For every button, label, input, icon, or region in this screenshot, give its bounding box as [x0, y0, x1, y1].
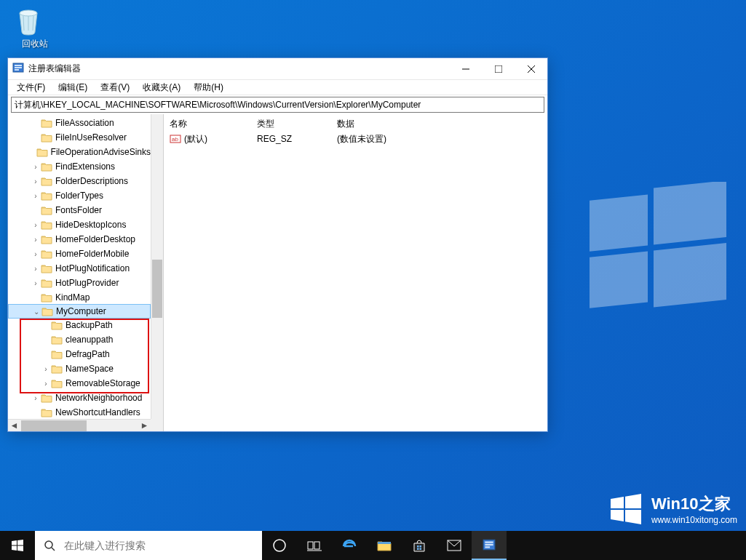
menu-help[interactable]: 帮助(H): [188, 80, 229, 95]
taskbar-search[interactable]: [35, 531, 262, 560]
tree-item-fileinuseresolver[interactable]: FileInUseResolver: [8, 130, 151, 145]
expand-icon[interactable]: ›: [31, 192, 40, 200]
folder-icon: [41, 249, 52, 259]
tree-item-kindmap[interactable]: KindMap: [8, 290, 151, 305]
file-explorer-icon[interactable]: [367, 531, 402, 560]
folder-icon: [41, 407, 52, 417]
svg-rect-30: [417, 545, 419, 548]
svg-rect-3: [654, 243, 726, 308]
column-type[interactable]: 类型: [254, 116, 334, 132]
folder-icon: [51, 364, 63, 374]
svg-rect-38: [485, 546, 490, 548]
tree-item-mycomputer[interactable]: ⌄MyComputer: [8, 304, 151, 319]
tree-item-label: RemovableStorage: [66, 378, 140, 388]
svg-rect-8: [15, 69, 19, 71]
svg-rect-32: [417, 548, 419, 551]
expand-icon[interactable]: ›: [31, 177, 40, 185]
tree-item-label: FolderDescriptions: [55, 176, 128, 186]
background-windows-logo: [560, 182, 746, 327]
tree-item-networkneighborhood[interactable]: ›NetworkNeighborhood: [8, 391, 151, 405]
svg-rect-36: [485, 542, 493, 543]
expand-icon[interactable]: ›: [31, 279, 40, 287]
close-button[interactable]: [515, 58, 547, 79]
regedit-taskbar-icon[interactable]: [472, 531, 507, 560]
tree-item-backuppath[interactable]: BackupPath: [8, 318, 151, 332]
cortana-icon[interactable]: [262, 531, 297, 560]
folder-icon: [41, 118, 52, 128]
window-title: 注册表编辑器: [28, 63, 81, 75]
expand-icon[interactable]: ›: [31, 236, 40, 244]
tree-item-newshortcuthandlers[interactable]: NewShortcutHandlers: [8, 405, 151, 419]
tree-pane: FileAssociationFileInUseResolverFileOper…: [8, 114, 164, 431]
scroll-left-icon[interactable]: ◄: [8, 420, 20, 432]
expand-icon[interactable]: ⌄: [32, 308, 41, 316]
tree-item-label: FontsFolder: [55, 205, 102, 215]
svg-point-25: [274, 540, 285, 551]
folder-icon: [51, 378, 63, 388]
tree-item-removablestorage[interactable]: ›RemovableStorage: [8, 376, 151, 391]
svg-line-24: [52, 548, 55, 551]
folder-icon: [41, 393, 52, 403]
column-headers[interactable]: 名称 类型 数据: [167, 116, 544, 132]
svg-rect-27: [314, 542, 320, 549]
tree-item-folderdescriptions[interactable]: ›FolderDescriptions: [8, 174, 151, 188]
tree-item-homefolderdesktop[interactable]: ›HomeFolderDesktop: [8, 232, 151, 247]
task-view-icon[interactable]: [297, 531, 332, 560]
tree-item-fileoperationadvisesinks[interactable]: FileOperationAdviseSinks: [8, 145, 151, 159]
recycle-bin-desktop-icon[interactable]: 回收站: [13, 6, 57, 50]
tree-item-hidedesktopicons[interactable]: ›HideDesktopIcons: [8, 217, 151, 232]
menu-view[interactable]: 查看(V): [95, 80, 135, 95]
tree-item-label: HomeFolderMobile: [55, 249, 129, 259]
svg-rect-10: [495, 65, 502, 73]
svg-rect-7: [15, 67, 22, 68]
address-input[interactable]: [12, 97, 544, 112]
tree-item-hotplugnotification[interactable]: ›HotPlugNotification: [8, 261, 151, 276]
expand-icon[interactable]: ›: [31, 265, 40, 273]
folder-icon: [41, 292, 52, 303]
expand-icon[interactable]: ›: [31, 221, 40, 229]
expand-icon[interactable]: ›: [41, 380, 50, 388]
watermark: Win10之家 www.win10xitong.com: [608, 492, 737, 527]
store-icon[interactable]: [402, 531, 437, 560]
maximize-button[interactable]: [482, 58, 515, 79]
tree-item-foldertypes[interactable]: ›FolderTypes: [8, 188, 151, 203]
menu-favorites[interactable]: 收藏夹(A): [137, 80, 186, 95]
value-row[interactable]: ab (默认) REG_SZ (数值未设置): [167, 132, 544, 146]
menu-edit[interactable]: 编辑(E): [52, 80, 93, 95]
tree-item-cleanuppath[interactable]: cleanuppath: [8, 332, 151, 347]
edge-icon[interactable]: [332, 531, 367, 560]
search-input[interactable]: [64, 531, 262, 560]
tree-item-label: cleanuppath: [66, 335, 113, 345]
expand-icon[interactable]: ›: [31, 394, 40, 402]
start-button[interactable]: [0, 531, 35, 560]
mail-icon[interactable]: [437, 531, 472, 560]
tree-item-findextensions[interactable]: ›FindExtensions: [8, 159, 151, 174]
tree-item-namespace[interactable]: ›NameSpace: [8, 361, 151, 376]
vertical-scrollbar[interactable]: [151, 114, 163, 419]
tree-item-hotplugprovider[interactable]: ›HotPlugProvider: [8, 276, 151, 290]
expand-icon[interactable]: ›: [31, 163, 40, 171]
tree-item-label: NewShortcutHandlers: [55, 407, 140, 417]
expand-icon[interactable]: ›: [31, 250, 40, 258]
scroll-right-icon[interactable]: ►: [138, 420, 151, 432]
column-data[interactable]: 数据: [334, 116, 480, 132]
values-pane: 名称 类型 数据 ab (默认) REG_SZ: [164, 114, 547, 431]
tree-item-homefoldermobile[interactable]: ›HomeFolderMobile: [8, 247, 151, 261]
folder-icon: [41, 234, 52, 244]
search-icon: [35, 540, 64, 551]
horizontal-scrollbar[interactable]: ◄ ►: [8, 419, 151, 431]
column-name[interactable]: 名称: [167, 116, 254, 132]
tree-item-fontsfolder[interactable]: FontsFolder: [8, 203, 151, 217]
titlebar[interactable]: 注册表编辑器: [8, 58, 547, 80]
tree-item-label: KindMap: [55, 292, 90, 303]
tree-item-defragpath[interactable]: DefragPath: [8, 347, 151, 361]
expand-icon[interactable]: ›: [41, 365, 50, 373]
tree-item-label: FileInUseResolver: [55, 132, 127, 143]
tree-item-label: FileOperationAdviseSinks: [51, 147, 151, 157]
menu-file[interactable]: 文件(F): [11, 80, 51, 95]
tree-item-fileassociation[interactable]: FileAssociation: [8, 116, 151, 130]
minimize-button[interactable]: [449, 58, 482, 79]
tree-item-label: DefragPath: [66, 349, 110, 359]
svg-point-4: [20, 10, 37, 16]
svg-rect-6: [15, 65, 22, 66]
